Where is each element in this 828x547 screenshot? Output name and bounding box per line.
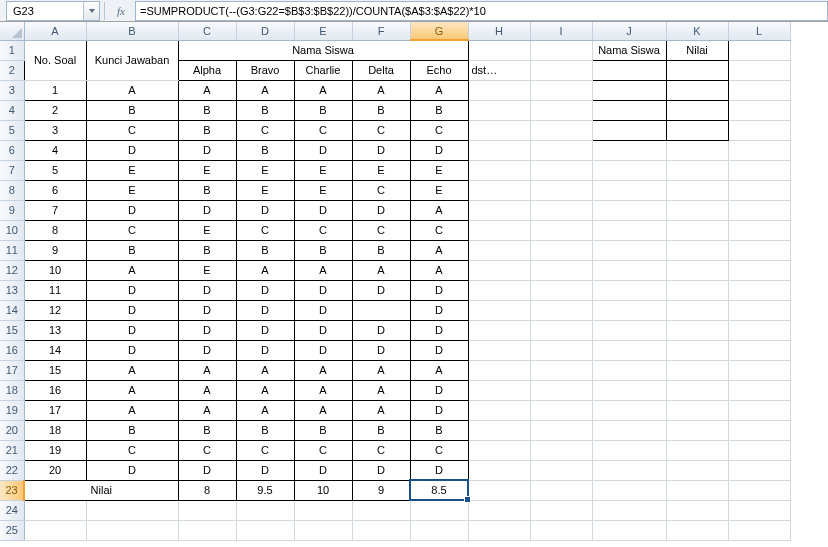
col-head-L[interactable]: L [728,22,790,40]
cell-F11[interactable]: B [352,240,410,260]
cell-K2[interactable] [666,60,728,80]
cell-A10[interactable]: 8 [24,220,86,240]
cell-D21[interactable]: C [236,440,294,460]
cell-B20[interactable]: B [86,420,178,440]
cell-F13[interactable]: D [352,280,410,300]
cell-I2[interactable] [530,60,592,80]
cell-J1[interactable]: Nama Siswa [592,40,666,60]
cell-J25[interactable] [592,520,666,540]
cell-A8[interactable]: 6 [24,180,86,200]
cell-F7[interactable]: E [352,160,410,180]
row-head-25[interactable]: 25 [0,520,24,540]
cell-D22[interactable]: D [236,460,294,480]
cell-A17[interactable]: 15 [24,360,86,380]
cell-C1[interactable]: Nama Siswa [178,40,468,60]
cell-G24[interactable] [410,500,468,520]
cell-E15[interactable]: D [294,320,352,340]
cell-A6[interactable]: 4 [24,140,86,160]
cell-K10[interactable] [666,220,728,240]
cell-H16[interactable] [468,340,530,360]
row-head-20[interactable]: 20 [0,420,24,440]
cell-G18[interactable]: D [410,380,468,400]
col-head-F[interactable]: F [352,22,410,40]
cell-A20[interactable]: 18 [24,420,86,440]
cell-I14[interactable] [530,300,592,320]
cell-L15[interactable] [728,320,790,340]
cell-G17[interactable]: A [410,360,468,380]
cell-D23[interactable]: 9.5 [236,480,294,500]
cell-E14[interactable]: D [294,300,352,320]
cell-D6[interactable]: B [236,140,294,160]
cell-E16[interactable]: D [294,340,352,360]
cell-C22[interactable]: D [178,460,236,480]
cell-C23[interactable]: 8 [178,480,236,500]
cell-J14[interactable] [592,300,666,320]
cell-A13[interactable]: 11 [24,280,86,300]
cell-B18[interactable]: A [86,380,178,400]
cell-K17[interactable] [666,360,728,380]
cell-F18[interactable]: A [352,380,410,400]
cell-C14[interactable]: D [178,300,236,320]
cell-F21[interactable]: C [352,440,410,460]
cell-C19[interactable]: A [178,400,236,420]
name-box-dropdown[interactable] [83,2,99,20]
cell-L25[interactable] [728,520,790,540]
cell-F23[interactable]: 9 [352,480,410,500]
cell-K13[interactable] [666,280,728,300]
cell-A21[interactable]: 19 [24,440,86,460]
cell-C13[interactable]: D [178,280,236,300]
cell-E3[interactable]: A [294,80,352,100]
cell-I12[interactable] [530,260,592,280]
cell-I16[interactable] [530,340,592,360]
cell-K16[interactable] [666,340,728,360]
cell-I3[interactable] [530,80,592,100]
cell-L14[interactable] [728,300,790,320]
cell-I4[interactable] [530,100,592,120]
cell-A4[interactable]: 2 [24,100,86,120]
cell-K8[interactable] [666,180,728,200]
cell-G20[interactable]: B [410,420,468,440]
cell-B7[interactable]: E [86,160,178,180]
cell-L18[interactable] [728,380,790,400]
cell-C16[interactable]: D [178,340,236,360]
cell-A7[interactable]: 5 [24,160,86,180]
row-head-21[interactable]: 21 [0,440,24,460]
cell-D4[interactable]: B [236,100,294,120]
cell-I6[interactable] [530,140,592,160]
cell-L11[interactable] [728,240,790,260]
cell-J15[interactable] [592,320,666,340]
cell-L12[interactable] [728,260,790,280]
cell-D14[interactable]: D [236,300,294,320]
cell-L8[interactable] [728,180,790,200]
cell-E9[interactable]: D [294,200,352,220]
cell-K18[interactable] [666,380,728,400]
cell-E4[interactable]: B [294,100,352,120]
cell-L23[interactable] [728,480,790,500]
cell-D8[interactable]: E [236,180,294,200]
cell-I9[interactable] [530,200,592,220]
row-head-3[interactable]: 3 [0,80,24,100]
cell-C4[interactable]: B [178,100,236,120]
cell-I5[interactable] [530,120,592,140]
cell-F22[interactable]: D [352,460,410,480]
cell-H12[interactable] [468,260,530,280]
col-head-H[interactable]: H [468,22,530,40]
cell-H24[interactable] [468,500,530,520]
col-head-A[interactable]: A [24,22,86,40]
row-head-11[interactable]: 11 [0,240,24,260]
cell-E19[interactable]: A [294,400,352,420]
cell-B10[interactable]: C [86,220,178,240]
cell-B5[interactable]: C [86,120,178,140]
cell-G15[interactable]: D [410,320,468,340]
cell-E8[interactable]: E [294,180,352,200]
cell-G6[interactable]: D [410,140,468,160]
cell-L17[interactable] [728,360,790,380]
cell-G4[interactable]: B [410,100,468,120]
cell-C25[interactable] [178,520,236,540]
cell-L6[interactable] [728,140,790,160]
cell-A12[interactable]: 10 [24,260,86,280]
cell-D25[interactable] [236,520,294,540]
cell-C6[interactable]: D [178,140,236,160]
cell-G13[interactable]: D [410,280,468,300]
row-head-18[interactable]: 18 [0,380,24,400]
